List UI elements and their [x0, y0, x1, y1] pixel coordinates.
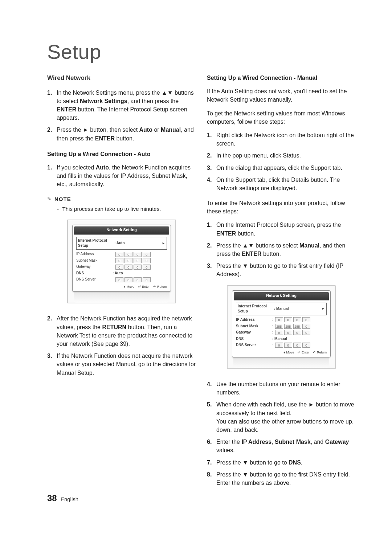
- wired-network-heading: Wired Network: [47, 74, 196, 83]
- post-auto-steps: 2. After the Network Function has acquir…: [47, 314, 196, 377]
- note-icon: ✎: [47, 195, 52, 202]
- note-bullets: This process can take up to five minutes…: [57, 205, 196, 213]
- chevron-right-icon: ►: [322, 306, 325, 311]
- step-number: 2.: [47, 126, 57, 142]
- manual-para2: To get the Network setting values from m…: [207, 109, 356, 126]
- step-number: 1.: [47, 163, 57, 189]
- chapter-title: Setup: [47, 40, 356, 64]
- note-bullet: This process can take up to five minutes…: [57, 205, 196, 213]
- step-text: In the Network Settings menu, press the …: [57, 89, 196, 122]
- step-text: After the Network Function has acquired …: [57, 314, 196, 348]
- note-row: ✎ NOTE: [47, 195, 196, 203]
- network-setting-auto-screenshot: Network Setting Internet Protocol Setup …: [67, 220, 176, 303]
- dialog-title: Network Setting: [234, 292, 329, 300]
- enter-steps-b: 4.Use the number buttons on your remote …: [207, 380, 356, 487]
- protocol-setup-row: Internet Protocol Setup : Auto ►: [76, 237, 167, 250]
- step-text: If you selected Auto, the Network Functi…: [57, 163, 196, 189]
- auto-steps: 1. If you selected Auto, the Network Fun…: [47, 163, 196, 189]
- step-number: 2.: [47, 314, 57, 348]
- enter-steps-a: 1.On the Internet Protocol Setup screen,…: [207, 221, 356, 278]
- left-column: Wired Network 1. In the Network Settings…: [47, 74, 196, 494]
- page-footer: 38 English: [47, 493, 78, 503]
- network-setting-manual-screenshot: Network Setting Internet Protocol Setup …: [227, 285, 336, 369]
- page-language: English: [61, 496, 78, 502]
- dialog-footer: ♦ Move ⏎ Enter ↶ Return: [283, 350, 327, 355]
- manual-para1: If the Auto Setting does not work, you'l…: [207, 87, 356, 104]
- dialog-title: Network Setting: [74, 226, 169, 235]
- step-text: If the Network Function does not acquire…: [57, 352, 196, 377]
- right-column: Setting Up a Wired Connection - Manual I…: [207, 74, 356, 494]
- page-number: 38: [47, 493, 57, 503]
- auto-heading: Setting Up a Wired Connection - Auto: [47, 150, 196, 158]
- manual-heading: Setting Up a Wired Connection - Manual: [207, 74, 356, 82]
- protocol-setup-row: Internet Protocol Setup : Manual ►: [236, 303, 327, 315]
- note-label: NOTE: [54, 195, 71, 203]
- step-number: 1.: [47, 89, 57, 122]
- chevron-right-icon: ►: [162, 241, 165, 246]
- intro-steps: 1. In the Network Settings menu, press t…: [47, 89, 196, 143]
- windows-steps: 1.Right click the Network icon on the bo…: [207, 131, 356, 192]
- manual-para3: To enter the Network settings into your …: [207, 199, 356, 216]
- dialog-footer: ♦ Move ⏎ Enter ↶ Return: [124, 285, 167, 289]
- step-number: 3.: [47, 352, 57, 377]
- step-text: Press the ► button, then select Auto or …: [57, 126, 196, 142]
